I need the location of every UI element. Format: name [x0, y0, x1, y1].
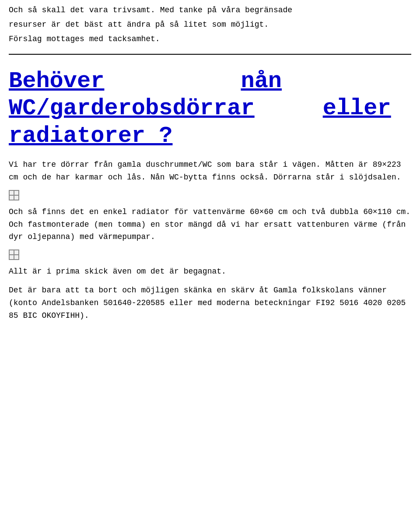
intro-line2: resurser är det bäst att ändra på så lit… [9, 19, 411, 31]
section-divider [9, 54, 411, 55]
body-text-4: Det är bara att ta bort och möjligen skä… [9, 284, 411, 322]
intro-line3: Förslag mottages med tacksamhet. [9, 33, 411, 45]
body-text-2: Och så finns det en enkel radiator för v… [9, 206, 411, 243]
image-placeholder-1 [9, 190, 19, 200]
body-text-1: Vi har tre dörrar från gamla duschrummet… [9, 158, 411, 184]
body-text-3: Allt är i prima skick även om det är beg… [9, 265, 411, 278]
image-placeholder-2 [9, 249, 19, 260]
heading-section: BehövernånWC/garderobsdörrarellerradiato… [9, 68, 411, 150]
intro-line1: Och så skall det vara trivsamt. Med tank… [9, 4, 411, 16]
page-wrapper: Och så skall det vara trivsamt. Med tank… [0, 0, 420, 345]
main-heading: BehövernånWC/garderobsdörrarellerradiato… [9, 68, 411, 150]
